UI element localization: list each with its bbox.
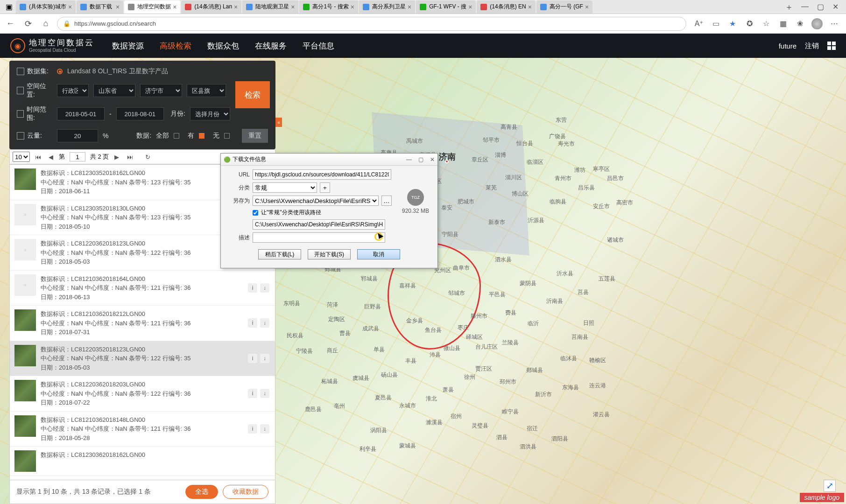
browser-tab[interactable]: 高分系列卫星× [359,0,415,14]
dataset-radio[interactable] [57,69,63,74]
tab-close-icon[interactable]: × [234,3,238,11]
tab-close-icon[interactable]: × [116,3,120,11]
result-item[interactable]: 数据标识：LC81210362018212LGN00中心经度：NaN 中心纬度：… [10,306,275,341]
tab-close-icon[interactable]: × [291,3,295,11]
last-page-button[interactable]: ⏭ [125,152,135,162]
download-start-button[interactable]: 开始下载(S) [308,249,351,259]
info-icon[interactable]: i [248,354,257,363]
tab-close-icon[interactable]: × [351,3,354,11]
map-expand-button[interactable]: ⤢ [824,480,836,492]
select-all-button[interactable]: 全选 [185,485,218,499]
download-icon[interactable]: ↓ [260,354,269,363]
cloud-input[interactable] [57,129,98,142]
refresh-button[interactable]: ⟳ [21,17,35,30]
browser-tab[interactable]: GF-1 WFV - 搜× [416,0,476,14]
nav-item[interactable]: 在线服务 [255,41,287,51]
user-name[interactable]: future [779,42,797,50]
favorite-icon[interactable]: ★ [727,19,738,29]
location-mode-select[interactable]: 行政区 [57,84,89,97]
dialog-maximize[interactable]: ▢ [418,156,423,163]
result-item[interactable]: 数据标识：LC81210362018148LGN00中心经度：NaN 中心纬度：… [10,412,275,447]
data-no-chk[interactable] [224,133,230,139]
browser-tab[interactable]: (具体实验)城市× [16,0,76,14]
logout-link[interactable]: 注销 [805,42,819,50]
dialog-minimize[interactable]: — [406,156,412,163]
browser-tab[interactable]: 数据下载× [77,0,123,14]
browser-tab[interactable]: 地理空间数据× [124,0,180,14]
data-all-chk[interactable] [174,133,179,139]
data-yes-chk[interactable] [199,133,204,139]
saveas-select[interactable]: C:\Users\Xvwenchao\Desktop\File\EsriRS\R… [253,196,379,206]
bookmarks-icon[interactable]: ☆ [761,19,771,29]
info-icon[interactable]: i [248,424,257,434]
url-field[interactable] [253,169,391,180]
tab-close-icon[interactable]: × [173,3,176,11]
back-button[interactable]: ← [4,17,17,30]
result-item[interactable]: 数据标识：LC81220352018123LGN00中心经度：NaN 中心纬度：… [10,341,275,377]
page-input[interactable] [70,152,85,161]
reader-icon[interactable]: ▭ [711,19,721,29]
month-select[interactable]: 选择月份 [190,107,230,120]
more-icon[interactable]: ⋯ [829,19,839,29]
reset-button[interactable]: 重置 [242,129,268,143]
maximize-button[interactable]: ▢ [817,2,824,11]
tab-close-icon[interactable]: × [468,3,472,11]
apps-grid-icon[interactable] [827,42,836,50]
info-icon[interactable]: i [248,283,257,293]
profile-icon[interactable] [811,18,823,29]
search-button[interactable]: 检索 [235,81,270,108]
panel-collapse-button[interactable]: « [275,118,282,127]
result-item[interactable]: 数据标识：LC81220362018203LGN00中心经度：NaN 中心纬度：… [10,376,275,412]
download-icon[interactable]: ↓ [260,424,269,434]
ext-2-icon[interactable]: ❀ [795,19,805,29]
download-icon[interactable]: ↓ [260,318,269,328]
download-cancel-button[interactable]: 取消 [357,249,400,259]
download-icon[interactable]: ↓ [260,389,269,398]
browser-tab[interactable]: 高分1号 - 搜索× [299,0,358,14]
nav-item[interactable]: 数据众包 [207,41,239,51]
tab-close-icon[interactable]: × [68,3,72,11]
nav-item[interactable]: 数据资源 [112,41,144,51]
browser-tab[interactable]: 陆地观测卫星× [242,0,298,14]
result-item[interactable]: 数据标识：LC81230362018162LGN00 [10,447,275,476]
prev-page-button[interactable]: ◀ [46,152,56,162]
district-select[interactable]: 区县旗 [187,84,226,97]
site-logo[interactable]: ◉ 地理空间数据云 Geospatial Data Cloud [10,38,94,53]
dialog-close[interactable]: ✕ [430,156,435,163]
info-icon[interactable]: i [248,389,257,398]
browser-tab[interactable]: (14条消息) Lan× [181,0,241,14]
tab-close-icon[interactable]: × [408,3,411,11]
collections-icon[interactable]: ▦ [778,19,788,29]
home-button[interactable]: ⌂ [39,17,52,30]
info-icon[interactable]: i [248,318,257,328]
next-page-button[interactable]: ▶ [112,152,122,162]
minimize-button[interactable]: — [801,2,809,11]
use-path-checkbox[interactable] [253,210,258,216]
city-select[interactable]: 济宁市 [140,84,182,97]
first-page-button[interactable]: ⏮ [33,152,43,162]
result-item[interactable]: ▫数据标识：LC81210362018164LGN00中心经度：NaN 中心纬度… [10,271,275,306]
dialog-titlebar[interactable]: 🟢 下载文件信息 — ▢ ✕ [221,154,437,166]
province-select[interactable]: 山东省 [93,84,135,97]
path-field[interactable] [253,219,385,230]
collect-button[interactable]: 收藏数据 [223,485,268,499]
category-select[interactable]: 常规 [253,182,317,193]
ext-1-icon[interactable]: ✪ [744,19,754,29]
nav-item[interactable]: 平台信息 [303,41,334,51]
desc-field[interactable] [253,232,385,243]
date-to-input[interactable] [116,107,164,120]
browser-tab[interactable]: (14条消息) EN× [477,0,536,14]
download-icon[interactable]: ↓ [260,283,269,293]
text-size-icon[interactable]: A⁺ [694,19,704,29]
tab-close-icon[interactable]: × [528,3,532,11]
download-later-button[interactable]: 稍后下载(L) [258,249,301,259]
tab-close-icon[interactable]: × [585,3,589,11]
close-window-button[interactable]: ✕ [832,2,839,11]
date-from-input[interactable] [57,107,105,120]
page-size-select[interactable]: 10 [13,152,30,162]
browse-button[interactable]: … [381,196,392,206]
add-category-button[interactable]: + [320,182,330,193]
browser-tab[interactable]: 高分一号 (GF× [536,0,592,14]
new-tab-button[interactable]: ＋ [783,0,796,14]
reload-button[interactable]: ↻ [142,152,153,162]
